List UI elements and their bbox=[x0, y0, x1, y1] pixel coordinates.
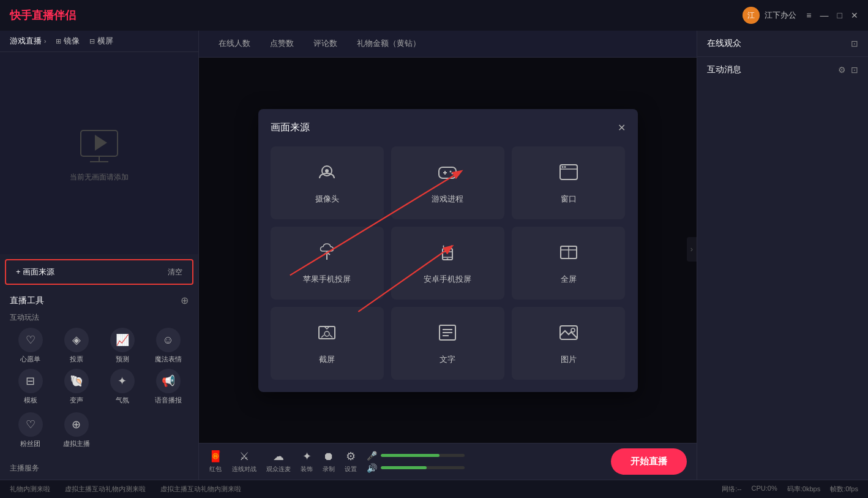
add-source-button[interactable]: + 画面来源 bbox=[16, 266, 54, 277]
svg-point-21 bbox=[451, 245, 452, 246]
modal-item-game[interactable]: 游戏进程 bbox=[391, 146, 504, 219]
game-icon bbox=[436, 161, 458, 187]
status-network: 网络:-- bbox=[722, 485, 741, 494]
tab-gifts[interactable]: 礼物金额（黄钻） bbox=[347, 31, 430, 58]
atmosphere-label: 气氛 bbox=[116, 396, 129, 405]
modal-item-ios[interactable]: 苹果手机投屏 bbox=[271, 227, 384, 300]
user-info: 江 江下办公 bbox=[743, 7, 796, 24]
close-button[interactable]: ✕ bbox=[851, 10, 858, 20]
modal-close-button[interactable]: ✕ bbox=[618, 122, 626, 134]
vote-label: 投票 bbox=[70, 355, 83, 364]
menu-icon[interactable]: ≡ bbox=[806, 10, 811, 20]
tool-predict[interactable]: 📈 预测 bbox=[102, 328, 143, 364]
tools-more-icon[interactable]: ⊕ bbox=[181, 295, 189, 306]
tool-redpacket[interactable]: 🧧 红包 bbox=[209, 450, 222, 473]
decoration-label: 装饰 bbox=[301, 465, 313, 473]
tab-likes[interactable]: 点赞数 bbox=[260, 31, 304, 58]
mic-volume-row: 🎤 bbox=[367, 451, 465, 461]
redpacket-label: 红包 bbox=[209, 465, 222, 473]
voice-announce-icon: 📢 bbox=[156, 369, 181, 393]
tool-voice-change[interactable]: 🐚 变声 bbox=[56, 369, 97, 405]
tools-grid-row2: ♡ 粉丝团 ⊕ 虚拟主播 bbox=[10, 412, 189, 448]
mic-volume-bar[interactable] bbox=[381, 454, 465, 457]
game-label: 游戏进程 bbox=[432, 194, 463, 205]
status-cpu: CPU:0% bbox=[752, 485, 777, 494]
pk-label: 连线对战 bbox=[232, 465, 256, 473]
tool-fans[interactable]: ♡ 粉丝团 bbox=[10, 412, 51, 448]
status-fps: 帧数:0fps bbox=[830, 485, 858, 494]
source-bar[interactable]: + 画面来源 清空 bbox=[5, 259, 193, 285]
modal-item-webcam[interactable]: 摄像头 bbox=[271, 146, 384, 219]
window-label: 窗口 bbox=[561, 194, 577, 205]
fans-icon: ♡ bbox=[18, 412, 43, 437]
tool-vote[interactable]: ◈ 投票 bbox=[56, 328, 97, 364]
title-bar-left: 快手直播伴侣 bbox=[10, 8, 76, 23]
decoration-icon: ✦ bbox=[302, 450, 312, 463]
tools-title: 直播工具 bbox=[10, 295, 44, 306]
right-panel: 在线观众 ⊡ 互动消息 ⚙ ⊡ bbox=[697, 31, 868, 480]
messages-expand-icon[interactable]: ⊡ bbox=[851, 65, 858, 75]
audience-expand-icon[interactable]: ⊡ bbox=[851, 39, 858, 48]
messages-settings-icon[interactable]: ⚙ bbox=[838, 65, 846, 75]
fullscreen-icon bbox=[558, 241, 580, 268]
modal-item-image[interactable]: 图片 bbox=[512, 307, 625, 380]
image-label: 图片 bbox=[561, 354, 577, 365]
messages-section: 互动消息 ⚙ ⊡ bbox=[697, 57, 868, 480]
tab-comments[interactable]: 评论数 bbox=[304, 31, 347, 58]
volume-section: 🎤 🔊 bbox=[367, 451, 465, 473]
tools-interaction-label: 互动玩法 bbox=[10, 312, 189, 323]
tool-wishlist[interactable]: ♡ 心愿单 bbox=[10, 328, 51, 364]
android-label: 安卓手机投屏 bbox=[424, 274, 471, 285]
tool-magic-face[interactable]: ☺ 魔法表情 bbox=[148, 328, 189, 364]
modal-grid: 摄像头 bbox=[271, 146, 626, 380]
maximize-button[interactable]: □ bbox=[837, 10, 842, 20]
nav-game-live[interactable]: 游戏直播 › bbox=[10, 36, 46, 47]
vote-icon: ◈ bbox=[64, 328, 89, 352]
text-icon bbox=[436, 322, 458, 348]
mic-volume-fill bbox=[381, 454, 440, 457]
modal-item-android[interactable]: 安卓手机投屏 bbox=[391, 227, 504, 300]
title-bar-right: 江 江下办公 ≡ — □ ✕ bbox=[743, 7, 858, 24]
main-layout: 游戏直播 › ⊞ 镜像 ⊟ 横屏 bbox=[0, 31, 868, 480]
modal-item-window[interactable]: 窗口 bbox=[512, 146, 625, 219]
tool-settings[interactable]: ⚙ 设置 bbox=[345, 450, 357, 473]
tool-voice-announce[interactable]: 📢 语音播报 bbox=[148, 369, 189, 405]
minimize-button[interactable]: — bbox=[820, 10, 829, 20]
modal-item-screenshot[interactable]: 截屏 bbox=[271, 307, 384, 380]
modal-item-fullscreen[interactable]: 全屏 bbox=[512, 227, 625, 300]
tool-audience-connect[interactable]: ☁ 观众连麦 bbox=[266, 450, 291, 473]
svg-point-26 bbox=[324, 331, 329, 336]
services-section: 主播服务 bbox=[0, 461, 198, 480]
audience-header: 在线观众 ⊡ bbox=[707, 38, 858, 49]
clear-button[interactable]: 清空 bbox=[168, 267, 182, 277]
status-item-0: 礼物内测来啦 bbox=[10, 485, 50, 494]
template-icon: ⊟ bbox=[18, 369, 43, 393]
modal-title: 画面来源 bbox=[271, 121, 310, 134]
speaker-volume-row: 🔊 bbox=[367, 463, 465, 473]
predict-icon: 📈 bbox=[110, 328, 135, 352]
record-label: 录制 bbox=[323, 465, 335, 473]
nav-mirror[interactable]: ⊞ 镜像 bbox=[56, 36, 80, 47]
bottom-bar: 🧧 红包 ⚔ 连线对战 ☁ 观众连麦 ✦ 装饰 ⏺ 录制 ⚙ 设置 bbox=[199, 443, 697, 480]
redpacket-icon: 🧧 bbox=[209, 450, 222, 463]
user-name: 江下办公 bbox=[765, 10, 796, 21]
tool-virtual-anchor[interactable]: ⊕ 虚拟主播 bbox=[56, 412, 97, 448]
modal-item-text[interactable]: 文字 bbox=[391, 307, 504, 380]
template-label: 模板 bbox=[24, 396, 37, 405]
source-modal: 画面来源 ✕ bbox=[258, 109, 638, 392]
fullscreen-label: 全屏 bbox=[561, 274, 577, 285]
tool-template[interactable]: ⊟ 模板 bbox=[10, 369, 51, 405]
android-icon bbox=[436, 241, 458, 268]
nav-landscape[interactable]: ⊟ 横屏 bbox=[89, 36, 113, 47]
tab-online-users[interactable]: 在线人数 bbox=[209, 31, 260, 58]
start-live-button[interactable]: 开始直播 bbox=[611, 448, 687, 475]
tool-record[interactable]: ⏺ 录制 bbox=[323, 450, 335, 473]
voice-announce-label: 语音播报 bbox=[155, 396, 182, 405]
tool-atmosphere[interactable]: ✦ 气氛 bbox=[102, 369, 143, 405]
fans-label: 粉丝团 bbox=[20, 439, 40, 448]
status-item-2: 虚拟主播互动礼物内测来啦 bbox=[160, 485, 241, 494]
speaker-volume-bar[interactable] bbox=[381, 466, 465, 469]
image-icon bbox=[558, 322, 580, 348]
tool-pk[interactable]: ⚔ 连线对战 bbox=[232, 450, 256, 473]
tool-decoration[interactable]: ✦ 装饰 bbox=[301, 450, 313, 473]
